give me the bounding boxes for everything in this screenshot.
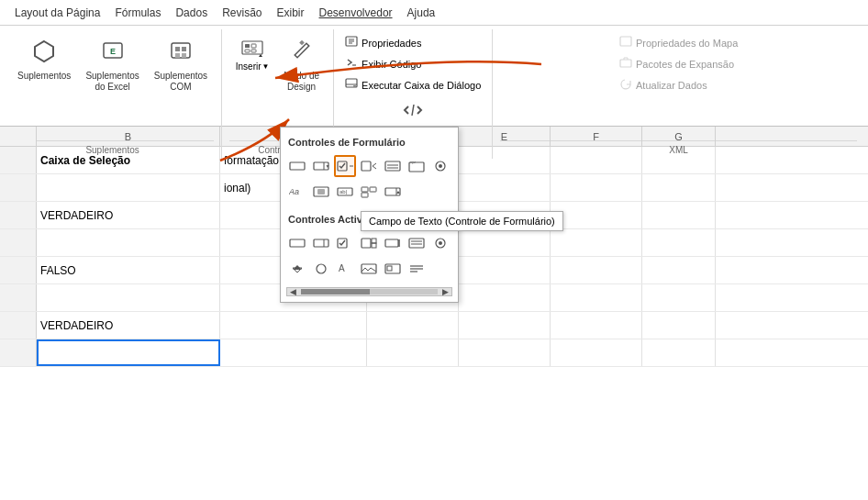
svg-text:▼: ▼ bbox=[326, 163, 330, 169]
cell-g1[interactable] bbox=[642, 147, 716, 173]
scrollbar-track[interactable] bbox=[301, 289, 438, 294]
ctrl-radio[interactable] bbox=[429, 155, 451, 177]
ax-radio[interactable] bbox=[429, 232, 451, 254]
ctrl-list-box[interactable] bbox=[382, 155, 404, 177]
cell-b3[interactable]: VERDADEIRO bbox=[37, 202, 220, 228]
cell-e5[interactable] bbox=[459, 257, 551, 283]
ctrl-combo2[interactable] bbox=[382, 181, 404, 203]
svg-rect-4 bbox=[175, 47, 180, 51]
cell-g7[interactable] bbox=[642, 312, 716, 339]
ax-image[interactable] bbox=[358, 258, 380, 280]
propriedades-mapa-btn[interactable]: Propriedades do Mapa bbox=[616, 33, 741, 52]
cell-g6[interactable] bbox=[642, 284, 716, 311]
inserir-btn[interactable]: Inserir ▼ bbox=[229, 33, 275, 74]
ctrl-empty1[interactable] bbox=[406, 181, 428, 203]
menu-layout[interactable]: Layout da Página bbox=[7, 3, 107, 23]
ax-check[interactable] bbox=[334, 232, 356, 254]
cell-e1[interactable] bbox=[459, 147, 551, 173]
cell-c8[interactable] bbox=[220, 339, 367, 366]
menu-ajuda[interactable]: Ajuda bbox=[400, 3, 443, 23]
cell-f1[interactable] bbox=[551, 147, 642, 173]
col-header-f[interactable]: F bbox=[551, 127, 642, 146]
row-num-8 bbox=[0, 339, 37, 366]
ctrl-multi[interactable] bbox=[358, 181, 380, 203]
cell-e3[interactable] bbox=[459, 202, 551, 228]
cell-f6[interactable] bbox=[551, 284, 642, 311]
atualizar-dados-btn[interactable]: Atualizar Dados bbox=[616, 75, 741, 94]
cell-f2[interactable] bbox=[551, 174, 642, 201]
suplementos-excel-btn[interactable]: E Suplementos do Excel bbox=[79, 33, 145, 97]
cell-b7[interactable]: VERDADEIRO bbox=[37, 312, 220, 339]
cell-e8[interactable] bbox=[459, 339, 551, 366]
svg-rect-25 bbox=[620, 60, 631, 67]
cell-g3[interactable] bbox=[642, 202, 716, 228]
cell-d7[interactable] bbox=[367, 312, 459, 339]
cell-g8[interactable] bbox=[642, 339, 716, 366]
suplementos-com-icon bbox=[168, 38, 194, 69]
cell-b4[interactable] bbox=[37, 229, 220, 256]
ax-listbox[interactable] bbox=[406, 232, 428, 254]
pacotes-expansao-btn[interactable]: Pacotes de Expansão bbox=[616, 54, 741, 73]
cell-c7[interactable] bbox=[220, 312, 367, 339]
cell-f8[interactable] bbox=[551, 339, 642, 366]
menu-formulas[interactable]: Fórmulas bbox=[107, 3, 168, 23]
col-header-e[interactable]: E bbox=[459, 127, 551, 146]
suplementos-com-btn[interactable]: Suplementos COM bbox=[148, 33, 214, 97]
cell-g5[interactable] bbox=[642, 257, 716, 283]
menu-exibir[interactable]: Exibir bbox=[269, 3, 311, 23]
activex-controls-title: Controles ActiveX bbox=[286, 210, 452, 228]
ax-frame[interactable] bbox=[382, 258, 404, 280]
ctrl-label-form[interactable]: Aa bbox=[286, 181, 308, 203]
menu-dados[interactable]: Dados bbox=[168, 3, 215, 23]
cell-b5[interactable]: FALSO bbox=[37, 257, 220, 283]
cell-b8[interactable] bbox=[37, 339, 220, 366]
cell-e2[interactable] bbox=[459, 174, 551, 201]
svg-rect-57 bbox=[372, 243, 376, 248]
cell-f5[interactable] bbox=[551, 257, 642, 283]
cell-f3[interactable] bbox=[551, 202, 642, 228]
col-header-g[interactable]: G bbox=[642, 127, 716, 146]
ax-textbox[interactable] bbox=[382, 232, 404, 254]
cell-e4[interactable] bbox=[459, 229, 551, 256]
scroll-left-arrow[interactable]: ◀ bbox=[287, 287, 299, 296]
modo-design-btn[interactable]: Modo de Design bbox=[277, 33, 326, 97]
ax-updown[interactable] bbox=[286, 258, 308, 280]
ctrl-empty2[interactable] bbox=[429, 181, 451, 203]
menu-revisao[interactable]: Revisão bbox=[215, 3, 269, 23]
exibir-codigo-btn[interactable]: Exibir Código bbox=[341, 54, 484, 73]
cell-e7[interactable] bbox=[459, 312, 551, 339]
cell-b6[interactable] bbox=[37, 284, 220, 311]
cell-f4[interactable] bbox=[551, 229, 642, 256]
row-num-7 bbox=[0, 312, 37, 339]
col-header-b[interactable]: B bbox=[37, 127, 220, 146]
cell-g2[interactable] bbox=[642, 174, 716, 201]
dropdown-scrollbar[interactable]: ◀ ▶ bbox=[286, 287, 452, 296]
ax-button[interactable] bbox=[286, 232, 308, 254]
svg-point-67 bbox=[317, 264, 326, 273]
menu-desenvolvedor[interactable]: Desenvolvedor bbox=[312, 3, 400, 23]
svg-rect-32 bbox=[362, 161, 371, 171]
cell-b2[interactable] bbox=[37, 174, 220, 201]
ctrl-group-box[interactable]: xyz bbox=[406, 155, 428, 177]
ctrl-button[interactable] bbox=[286, 155, 308, 177]
cell-d8[interactable] bbox=[367, 339, 459, 366]
ax-combo[interactable] bbox=[310, 232, 332, 254]
cell-e6[interactable] bbox=[459, 284, 551, 311]
suplementos-btn[interactable]: Suplementos bbox=[11, 33, 77, 86]
ax-more[interactable] bbox=[406, 258, 428, 280]
cell-b1[interactable]: Caixa de Seleção bbox=[37, 147, 220, 173]
propriedades-btn[interactable]: Propriedades bbox=[341, 33, 484, 52]
cell-f7[interactable] bbox=[551, 312, 642, 339]
ctrl-textbox[interactable]: ab| bbox=[334, 181, 356, 203]
scroll-right-arrow[interactable]: ▶ bbox=[440, 287, 451, 296]
ctrl-scrollbar[interactable] bbox=[310, 181, 332, 203]
ctrl-checkbox[interactable] bbox=[334, 155, 356, 177]
ax-label[interactable]: A bbox=[334, 258, 356, 280]
ctrl-spin[interactable] bbox=[358, 155, 380, 177]
cell-g4[interactable] bbox=[642, 229, 716, 256]
ax-spin[interactable] bbox=[358, 232, 380, 254]
executar-dialogo-btn[interactable]: Executar Caixa de Diálogo bbox=[341, 75, 484, 94]
exibir-codigo-icon bbox=[345, 56, 358, 72]
ctrl-combo-box[interactable]: ▼ bbox=[310, 155, 332, 177]
ax-radio2[interactable] bbox=[310, 258, 332, 280]
